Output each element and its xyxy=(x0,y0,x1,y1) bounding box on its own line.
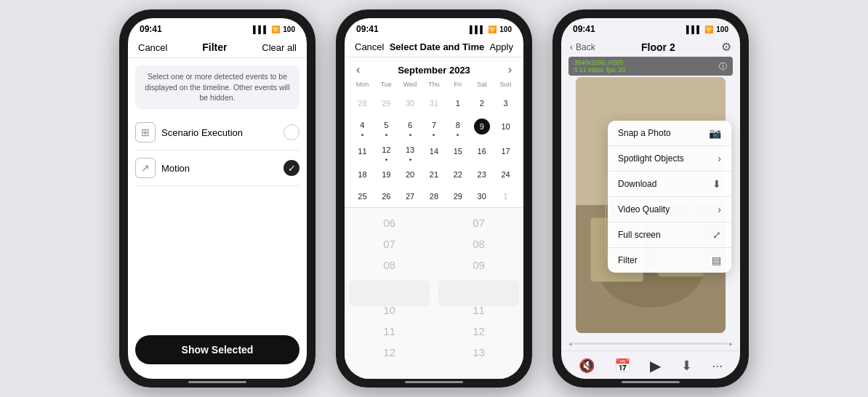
show-selected-button[interactable]: Show Selected xyxy=(135,335,300,364)
cal-row-1: 28 29 30 31 1 2 3 xyxy=(350,92,518,114)
cal-cell[interactable]: 18 xyxy=(350,164,374,185)
hour-item[interactable]: 07 xyxy=(345,233,434,254)
motion-toggle[interactable]: ✓ xyxy=(284,160,300,176)
cal-cell[interactable]: 12 xyxy=(374,139,398,164)
play-button[interactable]: ▶ xyxy=(650,357,661,374)
weekday-tue: Tue xyxy=(374,79,398,92)
cal-cell[interactable]: 29 xyxy=(374,92,398,114)
fullscreen-menu-item[interactable]: Full screen ⤢ xyxy=(608,222,731,248)
status-icons-3: ▌▌▌ 🛜 100 xyxy=(686,25,728,33)
calendar-icon[interactable]: 📅 xyxy=(614,358,630,374)
cal-cell[interactable]: 4 xyxy=(350,114,374,139)
back-button[interactable]: ‹ Back xyxy=(570,42,595,52)
cal-cell[interactable]: 28 xyxy=(422,185,446,207)
cal-cell[interactable]: 6 xyxy=(398,114,422,139)
weekday-sat: Sat xyxy=(470,79,494,92)
cal-cell[interactable]: 23 xyxy=(470,164,494,185)
cal-row-5: 25 26 27 28 29 30 1 xyxy=(350,185,518,207)
cal-cell[interactable]: 19 xyxy=(374,164,398,185)
cal-cell[interactable]: 24 xyxy=(494,164,518,185)
prev-month-button[interactable]: ‹ xyxy=(356,63,360,76)
cam-info-text: 3840x2160, H265 5.11 mbps, fps: 20 xyxy=(574,59,625,73)
cal-cell[interactable]: 28 xyxy=(350,92,374,114)
download-label: Download xyxy=(618,179,656,189)
min-item[interactable]: 07 xyxy=(434,212,523,233)
cal-cell[interactable]: 11 xyxy=(350,139,374,164)
filter-menu-item[interactable]: Filter ▤ xyxy=(608,248,731,273)
cal-cell[interactable]: 30 xyxy=(470,185,494,207)
weekday-sun: Sun xyxy=(494,79,518,92)
clear-all-button[interactable]: Clear all xyxy=(262,42,297,53)
minute-picker[interactable]: 07 08 09 10 11 12 13 xyxy=(434,208,523,379)
cal-cell[interactable]: 26 xyxy=(374,185,398,207)
volume-icon[interactable]: 🔇 xyxy=(579,358,595,374)
hour-selected[interactable]: 09 xyxy=(345,276,434,300)
filter-cancel-button[interactable]: Cancel xyxy=(138,42,167,53)
hour-item[interactable]: 08 xyxy=(345,254,434,276)
wifi-icon-3: 🛜 xyxy=(704,25,713,33)
cal-cell[interactable]: 8 xyxy=(446,114,470,139)
cal-cell[interactable]: 22 xyxy=(446,164,470,185)
scrubber-track[interactable] xyxy=(574,342,728,345)
cal-cell[interactable]: 29 xyxy=(446,185,470,207)
cal-cell[interactable]: 10 xyxy=(494,114,518,139)
weekday-wed: Wed xyxy=(398,79,422,92)
filter-menu-icon: ▤ xyxy=(712,254,721,266)
download-menu-item[interactable]: Download ⬇ xyxy=(608,172,731,197)
camera-bottom-bar: 🔇 📅 ▶ ⬇ ··· xyxy=(561,350,740,379)
video-scrubber[interactable]: ◂ ▸ xyxy=(568,336,733,350)
calendar-cancel-button[interactable]: Cancel xyxy=(355,41,384,52)
filter-title: Filter xyxy=(202,41,227,53)
battery-icon-3: 100 xyxy=(716,25,728,33)
spotlight-menu-item[interactable]: Spotlight Objects › xyxy=(608,146,731,172)
calendar-month: September 2023 xyxy=(398,65,470,76)
hour-item[interactable]: 11 xyxy=(345,321,434,342)
min-item[interactable]: 13 xyxy=(434,342,523,363)
hour-item[interactable]: 12 xyxy=(345,342,434,363)
motion-icon: ↗ xyxy=(135,158,156,178)
min-selected[interactable]: 10 xyxy=(434,276,523,300)
cal-cell[interactable]: 14 xyxy=(422,139,446,164)
event-item-scenario[interactable]: ⊞ Scenario Execution xyxy=(135,115,300,151)
cal-cell[interactable]: 31 xyxy=(422,92,446,114)
next-month-button[interactable]: › xyxy=(508,63,512,76)
scenario-toggle[interactable] xyxy=(284,124,300,140)
cal-cell[interactable]: 1 xyxy=(494,185,518,207)
cal-cell[interactable]: 15 xyxy=(446,139,470,164)
scrubber-end: ▸ xyxy=(729,340,733,348)
video-quality-menu-item[interactable]: Video Quality › xyxy=(608,197,731,222)
calendar-apply-button[interactable]: Apply xyxy=(489,41,513,52)
camera-info: 3840x2160, H265 5.11 mbps, fps: 20 ⓘ xyxy=(568,57,733,76)
cal-cell[interactable]: 17 xyxy=(494,139,518,164)
cal-cell[interactable]: 16 xyxy=(470,139,494,164)
time-picker[interactable]: 06 07 08 09 10 11 12 07 08 09 10 11 12 1… xyxy=(345,207,523,379)
camera-menu-icon: 📷 xyxy=(709,127,721,139)
info-icon[interactable]: ⓘ xyxy=(719,61,727,72)
cal-cell[interactable]: 13 xyxy=(398,139,422,164)
cal-cell[interactable]: 3 xyxy=(494,92,518,114)
cal-cell[interactable]: 27 xyxy=(398,185,422,207)
back-label[interactable]: Back xyxy=(576,42,595,52)
more-icon[interactable]: ··· xyxy=(712,358,723,374)
event-item-motion[interactable]: ↗ Motion ✓ xyxy=(135,151,300,186)
cal-cell-selected[interactable]: 9 xyxy=(470,114,494,139)
cal-cell[interactable]: 21 xyxy=(422,164,446,185)
scenario-label: Scenario Execution xyxy=(161,127,278,138)
cal-cell[interactable]: 20 xyxy=(398,164,422,185)
cal-cell[interactable]: 7 xyxy=(422,114,446,139)
cal-cell[interactable]: 30 xyxy=(398,92,422,114)
min-item[interactable]: 09 xyxy=(434,254,523,276)
cal-cell[interactable]: 1 xyxy=(446,92,470,114)
hour-item[interactable]: 06 xyxy=(345,212,434,233)
cal-cell[interactable]: 2 xyxy=(470,92,494,114)
cal-cell[interactable]: 25 xyxy=(350,185,374,207)
cal-cell[interactable]: 5 xyxy=(374,114,398,139)
min-item[interactable]: 11 xyxy=(434,300,523,321)
min-item[interactable]: 08 xyxy=(434,233,523,254)
filter-icon[interactable]: ⬇ xyxy=(681,358,692,374)
min-item[interactable]: 12 xyxy=(434,321,523,342)
hour-item[interactable]: 10 xyxy=(345,300,434,321)
hour-picker[interactable]: 06 07 08 09 10 11 12 xyxy=(345,208,434,379)
settings-icon[interactable]: ⚙ xyxy=(721,40,731,54)
snap-photo-menu-item[interactable]: Snap a Photo 📷 xyxy=(608,121,731,146)
